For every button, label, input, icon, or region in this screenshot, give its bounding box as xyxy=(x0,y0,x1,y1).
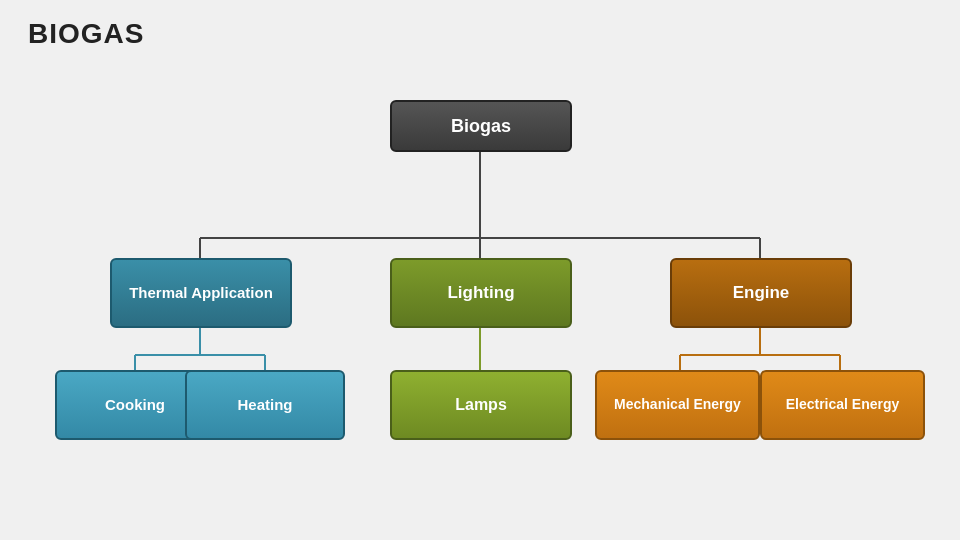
node-lamps: Lamps xyxy=(390,370,572,440)
node-biogas: Biogas xyxy=(390,100,572,152)
node-heating: Heating xyxy=(185,370,345,440)
node-electrical-energy: Electrical Energy xyxy=(760,370,925,440)
node-lighting: Lighting xyxy=(390,258,572,328)
page: BIOGAS Biogas xyxy=(0,0,960,540)
diagram: Biogas Thermal Application Lighting Engi… xyxy=(0,70,960,530)
node-engine: Engine xyxy=(670,258,852,328)
node-mechanical-energy: Mechanical Energy xyxy=(595,370,760,440)
page-title: BIOGAS xyxy=(28,18,144,50)
node-thermal: Thermal Application xyxy=(110,258,292,328)
